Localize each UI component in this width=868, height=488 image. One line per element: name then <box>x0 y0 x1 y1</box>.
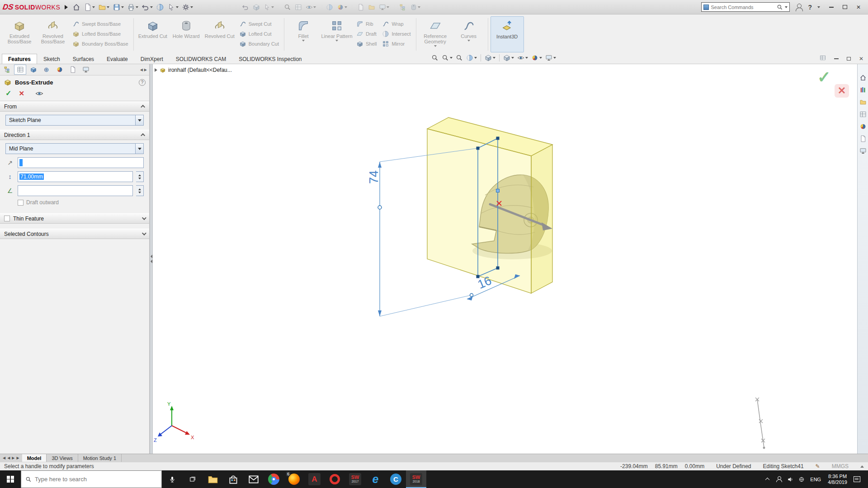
start-button[interactable] <box>0 470 21 488</box>
preview-eye-icon[interactable] <box>35 89 43 98</box>
view-palette-icon[interactable] <box>859 111 867 118</box>
tab-evaluate[interactable]: Evaluate <box>100 54 134 64</box>
action-center-icon[interactable] <box>854 476 860 482</box>
help-icon[interactable]: ? <box>808 4 812 11</box>
hide-show-items-icon[interactable] <box>516 54 529 62</box>
file-explorer-taskbar-icon[interactable] <box>203 470 223 488</box>
cam-feature-tree-tab-icon[interactable] <box>66 65 79 75</box>
draft-outward-checkbox[interactable] <box>18 200 24 206</box>
pm-help-icon[interactable]: ? <box>139 79 146 86</box>
displaymanager-tab-icon[interactable] <box>53 65 66 75</box>
lofted-boss-base-button[interactable]: Lofted Boss/Base <box>70 29 131 39</box>
document-minimize-icon[interactable] <box>834 58 839 59</box>
extruded-cut-button[interactable]: Extruded Cut <box>136 16 170 52</box>
clock[interactable]: 8:36 PM 4/8/2019 <box>824 474 851 485</box>
confirm-cancel-icon[interactable]: ✕ <box>835 84 849 98</box>
titlebar-tool-icon[interactable] <box>336 3 348 12</box>
tab-surfaces[interactable]: Surfaces <box>66 54 100 64</box>
tab-motion-study-1[interactable]: Motion Study 1 <box>78 454 122 462</box>
tree-expand-icon[interactable] <box>155 68 157 72</box>
search-dropdown-icon[interactable] <box>785 6 788 8</box>
extruded-boss-base-button[interactable]: Extruded Boss/Base <box>3 16 36 52</box>
network-icon[interactable] <box>796 476 807 483</box>
selected-contours-section-header[interactable]: Selected Contours <box>0 229 149 239</box>
swept-cut-button[interactable]: Swept Cut <box>236 19 282 29</box>
reference-geometry-button[interactable]: Reference Geometry <box>419 16 452 52</box>
reference-dropdown-icon[interactable] <box>434 45 437 47</box>
swept-boss-base-button[interactable]: Swept Boss/Base <box>70 19 131 29</box>
depth-spinner[interactable] <box>136 171 144 182</box>
file-explorer-icon[interactable] <box>859 99 867 106</box>
tab-model[interactable]: Model <box>22 454 47 462</box>
app-icon-c[interactable]: C <box>386 470 406 488</box>
store-icon[interactable] <box>223 470 243 488</box>
titlebar-tool-icon[interactable] <box>378 3 390 12</box>
edit-appearance-icon[interactable] <box>530 54 543 62</box>
curves-dropdown-icon[interactable] <box>467 40 470 42</box>
ok-icon[interactable]: ✓ <box>5 89 11 98</box>
volume-icon[interactable] <box>784 476 796 483</box>
microphone-icon[interactable] <box>162 470 182 488</box>
mail-icon[interactable] <box>243 470 264 488</box>
search-commands-input[interactable] <box>711 5 775 10</box>
depth-input[interactable]: 71.00mm <box>18 171 133 182</box>
revolved-cut-button[interactable]: Revolved Cut <box>203 16 236 52</box>
expand-chevron-icon[interactable] <box>142 216 146 220</box>
view-settings-icon[interactable] <box>544 54 557 62</box>
tab-features[interactable]: Features <box>2 54 37 64</box>
shell-button[interactable]: Shell <box>354 39 379 49</box>
titlebar-tool-icon[interactable] <box>241 3 250 12</box>
tab-scroll-buttons[interactable]: ◀◀▶▶ <box>0 454 22 462</box>
titlebar-tool-icon[interactable] <box>409 3 421 12</box>
fillet-dropdown-icon[interactable] <box>302 40 305 42</box>
edge-icon[interactable]: e <box>365 470 386 488</box>
document-close-icon[interactable]: ✕ <box>859 56 863 62</box>
task-view-icon[interactable] <box>182 470 203 488</box>
titlebar-tool-icon[interactable] <box>252 3 261 12</box>
close-button[interactable]: ✕ <box>852 2 865 13</box>
design-library-icon[interactable] <box>859 86 867 94</box>
acrobat-icon[interactable]: A <box>304 470 325 488</box>
expand-chevron-icon[interactable] <box>142 231 146 235</box>
confirm-ok-icon[interactable]: ✓ <box>817 68 831 87</box>
tab-solidworks-cam[interactable]: SOLIDWORKS CAM <box>170 54 232 64</box>
reverse-direction-icon[interactable]: ↗ <box>5 159 14 166</box>
taskbar-search-input[interactable] <box>35 476 157 483</box>
propertymanager-tab-icon[interactable] <box>14 65 26 75</box>
tab-3d-views[interactable]: 3D Views <box>47 454 78 462</box>
titlebar-tool-icon[interactable] <box>283 3 292 12</box>
custom-properties-icon[interactable] <box>859 135 867 142</box>
instant3d-button[interactable]: Instant3D <box>491 16 524 52</box>
from-section-header[interactable]: From <box>0 101 149 112</box>
manager-tab-overflow[interactable]: ◀▶ <box>140 68 148 72</box>
undo-button[interactable] <box>141 2 154 12</box>
draft-angle-input[interactable] <box>18 185 133 196</box>
new-document-button[interactable] <box>83 2 96 12</box>
unit-system[interactable]: MMGS <box>832 463 849 469</box>
dimension-74-text[interactable]: 74 <box>367 170 381 184</box>
taskbar-search-box[interactable] <box>21 470 162 488</box>
options-button[interactable] <box>181 2 194 12</box>
tab-dimxpert[interactable]: DimXpert <box>134 54 170 64</box>
titlebar-tool-icon[interactable] <box>367 3 376 12</box>
zoom-area-icon[interactable] <box>441 54 453 62</box>
opera-icon[interactable] <box>325 470 345 488</box>
thin-feature-checkbox[interactable] <box>4 216 10 221</box>
tab-sketch[interactable]: Sketch <box>37 54 66 64</box>
cam-operation-tree-tab-icon[interactable] <box>80 65 92 75</box>
appearances-icon[interactable] <box>859 123 867 130</box>
document-name[interactable]: ironhalf (Default<<Defau... <box>168 67 232 73</box>
hole-wizard-button[interactable]: Hole Wizard <box>170 16 203 52</box>
view-orientation-icon[interactable] <box>484 54 496 62</box>
end-condition-select[interactable]: Mid Plane <box>5 143 144 154</box>
titlebar-tool-icon[interactable] <box>305 3 317 12</box>
breadcrumb[interactable]: ironhalf (Default<<Defau... <box>155 67 232 73</box>
titlebar-tool-icon[interactable] <box>398 3 407 12</box>
curves-button[interactable]: Curves <box>452 16 486 52</box>
open-button[interactable] <box>97 2 110 12</box>
maximize-button[interactable] <box>838 2 852 13</box>
boundary-cut-button[interactable]: Boundary Cut <box>236 39 282 49</box>
draft-spinner[interactable] <box>136 185 144 196</box>
forum-icon[interactable] <box>859 147 867 155</box>
tray-user-icon[interactable] <box>773 476 784 482</box>
